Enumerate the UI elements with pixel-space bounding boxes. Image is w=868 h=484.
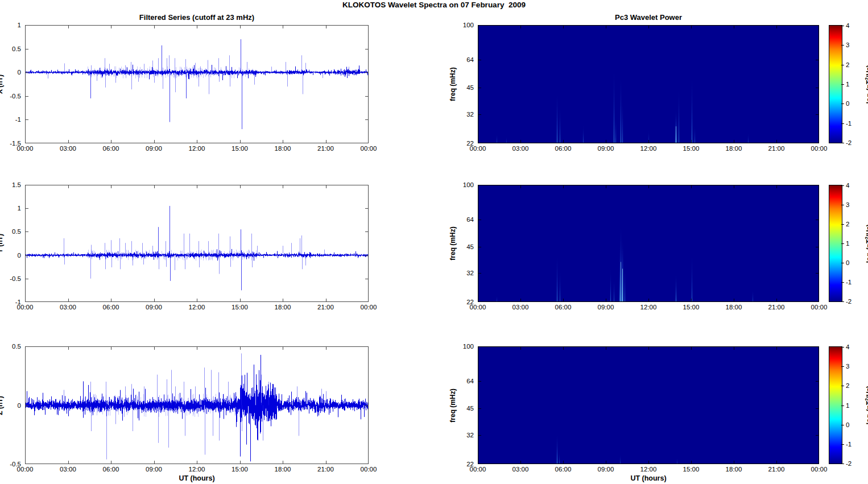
y-tick: -0.5 (10, 275, 21, 282)
z-component-axis-label: Z (nT) (0, 346, 5, 464)
colorbar-tick: 1 (846, 240, 849, 247)
y-tick: 1 (18, 22, 21, 28)
time-tick: 00:00 (811, 145, 828, 152)
time-tick: 00:00 (17, 466, 34, 473)
time-tick: 00:00 (811, 466, 828, 473)
y-tick: 32 (466, 111, 474, 118)
panel-wavelet-x: Pc3 Wavelet Power freq (mHz) 10064453222… (478, 25, 819, 143)
time-tick: 09:00 (146, 304, 162, 311)
time-tick: 12:00 (640, 466, 657, 473)
colorbar-tick: 1 (846, 402, 849, 409)
panel-timeseries-x: Filtered Series (cutoff at 23 mHz) X (nT… (25, 25, 369, 143)
colorbar-tick: -1 (846, 279, 852, 286)
time-tick: 18:00 (275, 466, 291, 473)
timeseries-y-plot (25, 185, 369, 302)
colorbar-tick: 0 (846, 259, 849, 266)
time-tick: 06:00 (555, 304, 572, 311)
y-tick: 32 (466, 432, 474, 439)
y-tick: 32 (466, 270, 474, 276)
time-tick-labels: 00:0003:0006:0009:0012:0015:0018:0021:00… (478, 464, 819, 473)
time-tick: 00:00 (17, 145, 34, 152)
y-tick: 0.5 (12, 343, 21, 350)
time-tick: 00:00 (361, 466, 377, 473)
timeseries-z-plot (25, 346, 369, 464)
time-tick: 06:00 (103, 466, 119, 473)
y-tick: 45 (466, 84, 474, 91)
right-column-title: Pc3 Wavelet Power (478, 13, 819, 22)
y-tick: 64 (466, 216, 474, 223)
y-tick: 100 (463, 181, 474, 188)
panel-timeseries-z: Z (nT) 0.50-0.5 00:0003:0006:0009:0012:0… (25, 346, 369, 464)
y-tick: 0 (18, 402, 21, 409)
y-tick: 100 (463, 22, 474, 28)
time-tick: 00:00 (470, 145, 486, 152)
y-tick: 64 (466, 378, 474, 384)
colorbar-tick: 3 (846, 363, 849, 370)
time-tick: 21:00 (768, 304, 785, 311)
colorbar-tick: -2 (846, 298, 852, 305)
freq-axis-label: freq (mHz) (448, 346, 457, 464)
time-tick: 12:00 (189, 466, 205, 473)
time-tick: 15:00 (683, 304, 700, 311)
y-tick: 45 (466, 405, 474, 412)
time-tick: 03:00 (60, 304, 76, 311)
time-tick: 09:00 (146, 145, 162, 152)
time-tick: 18:00 (726, 145, 742, 152)
figure: KLOKOTOS Wavelet Spectra on 07 February … (0, 0, 868, 484)
time-tick: 21:00 (317, 466, 334, 473)
time-tick: 12:00 (640, 145, 657, 152)
colorbar-tick: 0 (846, 421, 849, 428)
time-tick: 18:00 (275, 304, 291, 311)
y-component-axis-label: Y (nT) (0, 185, 5, 302)
panel-timeseries-y: Y (nT) 1.510.50-0.5-1 00:0003:0006:0009:… (25, 185, 369, 302)
time-tick: 18:00 (726, 304, 742, 311)
y-tick: 64 (466, 56, 474, 63)
colorbar-tick: 2 (846, 382, 849, 389)
time-tick-labels: 00:0003:0006:0009:0012:0015:0018:0021:00… (478, 302, 819, 311)
time-tick: 09:00 (146, 466, 162, 473)
time-tick: 15:00 (232, 145, 248, 152)
colorbar-tick: 2 (846, 221, 849, 227)
colorbar-tick: 3 (846, 201, 849, 208)
time-tick: 00:00 (17, 304, 34, 311)
wavelet-z-spectrogram (478, 346, 819, 464)
colorbar-tick: -1 (846, 120, 852, 127)
time-tick: 15:00 (683, 145, 700, 152)
time-tick: 15:00 (232, 466, 248, 473)
y-tick: 1.5 (12, 181, 21, 188)
time-tick: 18:00 (726, 466, 742, 473)
colorbar-tick: 2 (846, 61, 849, 68)
colorbar-unit-label: log2(nT2/Hz) (865, 347, 868, 464)
time-tick: 21:00 (317, 304, 334, 311)
time-tick: 09:00 (598, 304, 614, 311)
time-tick: 03:00 (60, 466, 76, 473)
time-tick-labels: 00:0003:0006:0009:0012:0015:0018:0021:00… (478, 143, 819, 152)
colorbar-tick: 4 (846, 182, 849, 189)
time-tick: 03:00 (512, 304, 529, 311)
time-tick: 00:00 (361, 304, 377, 311)
timeseries-x-plot (25, 25, 369, 143)
colorbar-tick: 3 (846, 42, 849, 48)
wavelet-y-spectrogram (478, 185, 819, 302)
y-tick: 100 (463, 343, 474, 350)
y-tick: 0 (18, 252, 21, 259)
colorbar-y: 43210-1-2 log2(nT2/Hz) (829, 185, 842, 302)
colorbar-tick: 0 (846, 100, 849, 107)
y-tick: 0 (18, 69, 21, 76)
time-tick: 03:00 (512, 466, 529, 473)
time-tick: 00:00 (811, 304, 828, 311)
y-tick: 0.5 (12, 228, 21, 235)
time-tick-labels: 00:0003:0006:0009:0012:0015:0018:0021:00… (25, 143, 369, 152)
time-tick: 21:00 (768, 466, 785, 473)
time-tick: 00:00 (361, 145, 377, 152)
time-tick: 06:00 (555, 145, 572, 152)
colorbar-x: 43210-1-2 log2(nT2/Hz) (829, 25, 842, 143)
time-tick: 21:00 (317, 145, 334, 152)
time-tick: 21:00 (768, 145, 785, 152)
freq-axis-label: freq (mHz) (448, 185, 457, 302)
colorbar-unit-label: log2(nT2/Hz) (865, 26, 868, 143)
time-tick: 06:00 (103, 304, 119, 311)
wavelet-x-spectrogram (478, 25, 819, 143)
panel-wavelet-z: freq (mHz) 10064453222 00:0003:0006:0009… (478, 346, 819, 464)
colorbar-tick: 4 (846, 344, 849, 350)
